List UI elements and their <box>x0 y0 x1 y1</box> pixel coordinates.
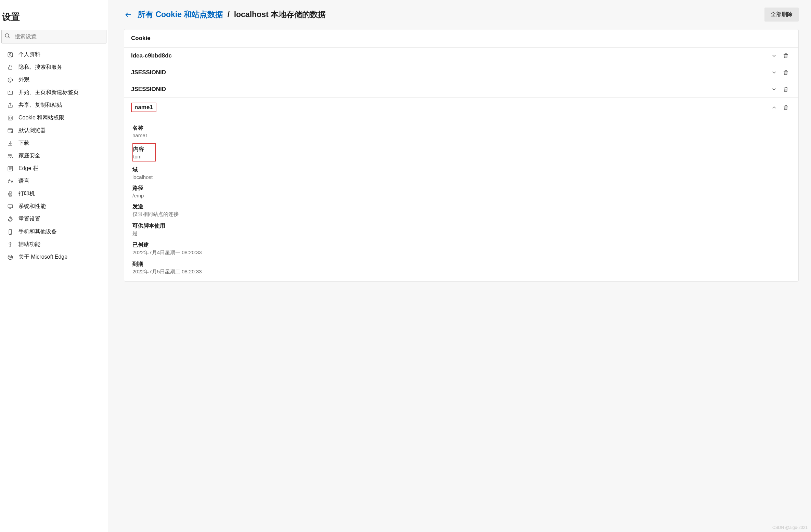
chevron-down-icon[interactable] <box>768 69 780 76</box>
sidebar-item-label: 家庭安全 <box>18 152 40 159</box>
chevron-up-icon[interactable] <box>768 104 780 111</box>
sidebar-item-printers[interactable]: 打印机 <box>0 187 108 200</box>
svg-rect-19 <box>8 205 13 208</box>
phone-icon <box>7 229 14 235</box>
detail-value: 2022年7月5日星期二 08:20:33 <box>132 269 798 275</box>
profile-icon <box>7 51 14 58</box>
lock-icon <box>7 64 14 71</box>
svg-rect-9 <box>8 116 12 120</box>
search-box[interactable] <box>1 30 106 43</box>
svg-rect-4 <box>9 67 12 69</box>
detail-name: 名称 name1 <box>132 121 798 140</box>
back-arrow-icon[interactable] <box>124 10 133 19</box>
sidebar-item-cookies[interactable]: Cookie 和网站权限 <box>0 112 108 124</box>
highlight-box: 内容 tom <box>132 143 156 161</box>
cookie-details: 名称 name1 内容 tom 域 localhost 路径 /emp 发送 仅… <box>124 117 798 281</box>
page-title: 设置 <box>0 11 108 30</box>
sidebar-item-label: Cookie 和网站权限 <box>18 114 64 121</box>
breadcrumb-link[interactable]: 所有 Cookie 和站点数据 <box>138 10 223 19</box>
search-input[interactable] <box>15 34 103 40</box>
sidebar-item-phone[interactable]: 手机和其他设备 <box>0 225 108 238</box>
sidebar-item-system[interactable]: 系统和性能 <box>0 200 108 213</box>
chevron-down-icon[interactable] <box>768 86 780 92</box>
sidebar-item-label: Edge 栏 <box>18 165 38 172</box>
cookie-row[interactable]: JSESSIONID <box>124 81 798 98</box>
family-icon <box>7 153 14 159</box>
detail-content: 内容 tom <box>132 140 798 163</box>
detail-value: /emp <box>132 193 798 198</box>
header-row: 所有 Cookie 和站点数据 / localhost 本地存储的数据 全部删除 <box>124 8 799 22</box>
detail-send: 发送 仅限相同站点的连接 <box>132 200 798 219</box>
svg-point-7 <box>11 79 12 79</box>
trash-icon[interactable] <box>780 53 791 59</box>
detail-script: 可供脚本使用 是 <box>132 219 798 238</box>
cookie-name: name1 <box>134 104 153 111</box>
detail-label: 名称 <box>132 125 798 132</box>
sidebar-item-profile[interactable]: 个人资料 <box>0 48 108 61</box>
sidebar-item-edgebar[interactable]: Edge 栏 <box>0 162 108 175</box>
sidebar-item-label: 个人资料 <box>18 51 40 58</box>
sidebar-item-family[interactable]: 家庭安全 <box>0 150 108 162</box>
detail-label: 可供脚本使用 <box>132 222 798 230</box>
sidebar-item-label: 隐私、搜索和服务 <box>18 64 62 71</box>
settings-sidebar: 设置 个人资料 隐私、搜索和服务 外观 开始、主页和新建标签页 共享、复制和粘贴… <box>0 0 108 532</box>
sidebar-item-appearance[interactable]: 外观 <box>0 74 108 86</box>
cookie-row[interactable]: JSESSIONID <box>124 64 798 81</box>
sidebar-item-label: 外观 <box>18 76 29 83</box>
detail-value: tom <box>133 154 152 159</box>
breadcrumb-separator: / <box>226 10 232 19</box>
svg-rect-2 <box>8 52 13 57</box>
breadcrumb: 所有 Cookie 和站点数据 / localhost 本地存储的数据 <box>138 9 760 20</box>
trash-icon[interactable] <box>780 69 791 76</box>
cookie-name: JSESSIONID <box>131 86 768 93</box>
trash-icon[interactable] <box>780 104 791 111</box>
cookie-row-expanded[interactable]: name1 <box>124 98 798 117</box>
cookie-row[interactable]: Idea-c9bbd8dc <box>124 48 798 64</box>
main-content: 所有 Cookie 和站点数据 / localhost 本地存储的数据 全部删除… <box>108 0 811 532</box>
sidebar-item-reset[interactable]: 重置设置 <box>0 213 108 225</box>
svg-point-14 <box>11 154 12 156</box>
svg-point-6 <box>10 79 10 79</box>
svg-point-21 <box>10 242 11 243</box>
detail-label: 内容 <box>133 146 152 154</box>
svg-point-0 <box>5 34 9 37</box>
detail-value: 2022年7月4日星期一 08:20:33 <box>132 249 798 256</box>
sidebar-item-default-browser[interactable]: 默认浏览器 <box>0 124 108 137</box>
breadcrumb-current: localhost 本地存储的数据 <box>234 10 326 19</box>
trash-icon[interactable] <box>780 86 791 92</box>
section-header: Cookie <box>124 29 798 48</box>
svg-point-3 <box>10 53 11 55</box>
detail-value: 仅限相同站点的连接 <box>132 211 798 218</box>
svg-rect-8 <box>8 91 13 94</box>
sidebar-item-label: 手机和其他设备 <box>18 228 57 235</box>
sidebar-item-label: 辅助功能 <box>18 241 40 248</box>
svg-point-22 <box>8 255 13 260</box>
printer-icon <box>7 191 14 197</box>
cookie-card: Cookie Idea-c9bbd8dc JSESSIONID JSESSION… <box>124 29 799 282</box>
svg-rect-17 <box>9 192 11 193</box>
sidebar-item-downloads[interactable]: 下载 <box>0 137 108 150</box>
sidebar-item-privacy[interactable]: 隐私、搜索和服务 <box>0 61 108 74</box>
sidebar-item-label: 共享、复制和粘贴 <box>18 102 62 109</box>
sidebar-item-about[interactable]: 关于 Microsoft Edge <box>0 251 108 263</box>
detail-label: 已创建 <box>132 242 798 249</box>
sidebar-item-label: 默认浏览器 <box>18 127 46 134</box>
sidebar-item-start[interactable]: 开始、主页和新建标签页 <box>0 86 108 99</box>
highlight-box: name1 <box>131 103 156 112</box>
sidebar-item-accessibility[interactable]: 辅助功能 <box>0 238 108 251</box>
detail-value: name1 <box>132 132 798 138</box>
language-icon <box>7 178 14 185</box>
sidebar-item-language[interactable]: 语言 <box>0 175 108 187</box>
watermark: CSDN @aigo-2021 <box>772 525 808 530</box>
home-tab-icon <box>7 89 14 96</box>
cookie-name: JSESSIONID <box>131 69 768 76</box>
detail-created: 已创建 2022年7月4日星期一 08:20:33 <box>132 238 798 257</box>
delete-all-button[interactable]: 全部删除 <box>764 8 799 22</box>
detail-expires: 到期 2022年7月5日星期二 08:20:33 <box>132 257 798 276</box>
svg-line-1 <box>8 37 10 38</box>
sidebar-item-label: 关于 Microsoft Edge <box>18 254 67 261</box>
sidebar-item-label: 语言 <box>18 178 29 185</box>
chevron-down-icon[interactable] <box>768 53 780 59</box>
browser-icon <box>7 127 14 134</box>
sidebar-item-share[interactable]: 共享、复制和粘贴 <box>0 99 108 112</box>
